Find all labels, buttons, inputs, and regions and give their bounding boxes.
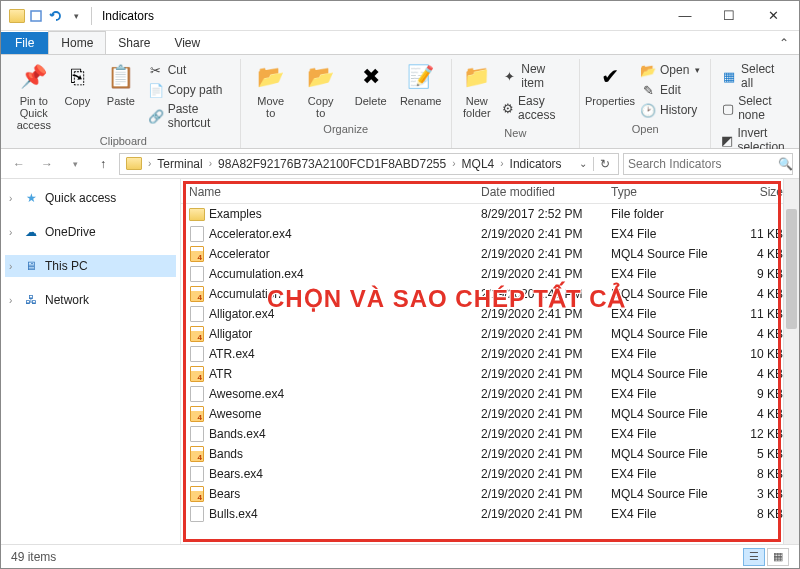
file-date: 2/19/2020 2:41 PM <box>481 447 611 461</box>
vertical-scrollbar[interactable] <box>783 179 799 544</box>
delete-button[interactable]: ✖Delete <box>347 59 395 109</box>
copy-to-button[interactable]: 📂Copy to <box>297 59 345 121</box>
file-row[interactable]: Examples8/29/2017 2:52 PMFile folder <box>181 204 799 224</box>
crumb-indicators[interactable]: Indicators <box>506 157 566 171</box>
file-size: 3 KB <box>731 487 791 501</box>
breadcrumb-dropdown[interactable]: ⌄ <box>573 158 593 169</box>
copy-icon: ⎘ <box>61 61 93 93</box>
file-row[interactable]: Accumulation.ex42/19/2020 2:41 PMEX4 Fil… <box>181 264 799 284</box>
scrollbar-thumb[interactable] <box>786 209 797 329</box>
breadcrumb[interactable]: › Terminal› 98A82F92176B73A2100FCD1F8ABD… <box>119 153 619 175</box>
file-row[interactable]: Bears2/19/2020 2:41 PMMQL4 Source File3 … <box>181 484 799 504</box>
select-all-button[interactable]: ▦Select all <box>719 61 790 91</box>
file-type: MQL4 Source File <box>611 487 731 501</box>
file-row[interactable]: Bears.ex42/19/2020 2:41 PMEX4 File8 KB <box>181 464 799 484</box>
qat-properties[interactable] <box>27 7 45 25</box>
nav-quick-access[interactable]: ›★Quick access <box>5 187 176 209</box>
file-row[interactable]: Bands2/19/2020 2:41 PMMQL4 Source File5 … <box>181 444 799 464</box>
file-row[interactable]: Awesome2/19/2020 2:41 PMMQL4 Source File… <box>181 404 799 424</box>
file-name: ATR.ex4 <box>209 347 255 361</box>
select-none-button[interactable]: ▢Select none <box>719 93 790 123</box>
paste-button[interactable]: 📋 Paste <box>100 59 142 109</box>
folder-icon <box>189 208 205 221</box>
ribbon-collapse[interactable]: ⌃ <box>769 32 799 54</box>
file-row[interactable]: Alligator.ex42/19/2020 2:41 PMEX4 File11… <box>181 304 799 324</box>
ribbon-group-open: ✔Properties 📂Open▾ ✎Edit 🕑History Open <box>580 59 711 148</box>
ex4-file-icon <box>190 386 204 402</box>
file-row[interactable]: Accelerator2/19/2020 2:41 PMMQL4 Source … <box>181 244 799 264</box>
tab-file[interactable]: File <box>1 32 48 54</box>
breadcrumb-root-icon <box>126 157 142 170</box>
nav-network[interactable]: ›🖧Network <box>5 289 176 311</box>
history-button[interactable]: 🕑History <box>638 101 702 119</box>
pin-to-quick-access-button[interactable]: 📌 Pin to Quick access <box>13 59 55 133</box>
file-date: 2/19/2020 2:41 PM <box>481 287 611 301</box>
qat-dropdown[interactable]: ▾ <box>67 7 85 25</box>
file-date: 2/19/2020 2:41 PM <box>481 507 611 521</box>
window-title: Indicators <box>96 9 154 23</box>
file-row[interactable]: Accelerator.ex42/19/2020 2:41 PMEX4 File… <box>181 224 799 244</box>
rename-button[interactable]: 📝Rename <box>397 59 445 109</box>
copy-button[interactable]: ⎘ Copy <box>57 59 99 109</box>
edit-button[interactable]: ✎Edit <box>638 81 702 99</box>
mq4-file-icon <box>190 246 204 262</box>
mq4-file-icon <box>190 406 204 422</box>
search-box[interactable]: 🔍 <box>623 153 793 175</box>
open-button[interactable]: 📂Open▾ <box>638 61 702 79</box>
crumb-mql4[interactable]: MQL4 <box>458 157 499 171</box>
file-type: MQL4 Source File <box>611 407 731 421</box>
col-type[interactable]: Type <box>611 185 731 199</box>
file-row[interactable]: Alligator2/19/2020 2:41 PMMQL4 Source Fi… <box>181 324 799 344</box>
up-button[interactable]: ↑ <box>91 152 115 176</box>
titlebar: ▾ Indicators — ☐ ✕ <box>1 1 799 31</box>
col-date[interactable]: Date modified <box>481 185 611 199</box>
file-name: Awesome <box>209 407 261 421</box>
file-size: 12 KB <box>731 427 791 441</box>
column-headers[interactable]: Name Date modified Type Size <box>181 179 799 204</box>
file-name: Alligator.ex4 <box>209 307 274 321</box>
file-name: Accelerator.ex4 <box>209 227 292 241</box>
nav-onedrive[interactable]: ›☁OneDrive <box>5 221 176 243</box>
close-button[interactable]: ✕ <box>751 1 795 30</box>
nav-this-pc[interactable]: ›🖥This PC <box>5 255 176 277</box>
file-row[interactable]: Awesome.ex42/19/2020 2:41 PMEX4 File9 KB <box>181 384 799 404</box>
file-row[interactable]: ATR.ex42/19/2020 2:41 PMEX4 File10 KB <box>181 344 799 364</box>
crumb-terminal[interactable]: Terminal <box>153 157 206 171</box>
file-size: 4 KB <box>731 407 791 421</box>
paste-shortcut-button[interactable]: 🔗Paste shortcut <box>146 101 232 131</box>
ribbon-tabs: File Home Share View ⌃ <box>1 31 799 55</box>
tab-home[interactable]: Home <box>48 31 106 54</box>
col-name[interactable]: Name <box>189 185 481 199</box>
easy-access-button[interactable]: ⚙Easy access <box>500 93 571 123</box>
minimize-button[interactable]: — <box>663 1 707 30</box>
maximize-button[interactable]: ☐ <box>707 1 751 30</box>
file-row[interactable]: Bulls.ex42/19/2020 2:41 PMEX4 File8 KB <box>181 504 799 524</box>
qat-undo[interactable] <box>47 7 65 25</box>
refresh-button[interactable]: ↻ <box>593 157 616 171</box>
file-pane: Name Date modified Type Size Examples8/2… <box>181 179 799 544</box>
new-folder-button[interactable]: 📁New folder <box>458 59 496 121</box>
search-icon: 🔍 <box>778 157 793 171</box>
icons-view-button[interactable]: ▦ <box>767 548 789 566</box>
file-size: 11 KB <box>731 227 791 241</box>
cut-button[interactable]: ✂Cut <box>146 61 232 79</box>
file-row[interactable]: Bands.ex42/19/2020 2:41 PMEX4 File12 KB <box>181 424 799 444</box>
tab-view[interactable]: View <box>162 32 212 54</box>
new-item-button[interactable]: ✦New item <box>500 61 571 91</box>
forward-button[interactable]: → <box>35 152 59 176</box>
status-bar: 49 items ☰ ▦ <box>1 544 799 568</box>
move-to-button[interactable]: 📂Move to <box>247 59 295 121</box>
cut-icon: ✂ <box>148 62 164 78</box>
file-row[interactable]: ATR2/19/2020 2:41 PMMQL4 Source File4 KB <box>181 364 799 384</box>
back-button[interactable]: ← <box>7 152 31 176</box>
file-list[interactable]: Examples8/29/2017 2:52 PMFile folderAcce… <box>181 204 799 541</box>
properties-button[interactable]: ✔Properties <box>586 59 634 109</box>
search-input[interactable] <box>628 157 778 171</box>
copy-path-button[interactable]: 📄Copy path <box>146 81 232 99</box>
col-size[interactable]: Size <box>731 185 791 199</box>
recent-locations-button[interactable]: ▾ <box>63 152 87 176</box>
file-row[interactable]: Accumulation2/19/2020 2:41 PMMQL4 Source… <box>181 284 799 304</box>
crumb-guid[interactable]: 98A82F92176B73A2100FCD1F8ABD7255 <box>214 157 450 171</box>
tab-share[interactable]: Share <box>106 32 162 54</box>
details-view-button[interactable]: ☰ <box>743 548 765 566</box>
